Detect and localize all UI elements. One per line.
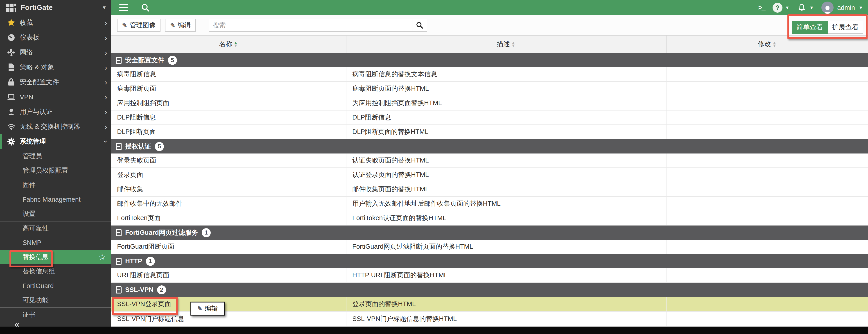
cell-name: SSL-VPN门户标题信息 — [111, 312, 346, 326]
lock-icon — [7, 78, 20, 87]
table-row[interactable]: 病毒阻断信息 病毒阻断信息的替换文本信息 — [111, 67, 868, 82]
floating-edit-button[interactable]: ✎ 编辑 — [190, 302, 225, 315]
avatar[interactable] — [822, 2, 834, 14]
cell-description: DLP阻断信息 — [346, 111, 666, 124]
sidebar-sub-firmware[interactable]: 固件 — [0, 178, 111, 192]
admin-username[interactable]: admin — [837, 4, 855, 11]
view-toggle-group: 简单查看 扩展查看 — [792, 21, 863, 34]
notifications-caret-icon[interactable]: ▼ — [809, 5, 814, 10]
collapse-section-icon[interactable] — [116, 286, 122, 294]
sidebar-sub-administrators[interactable]: 管理员 — [0, 149, 111, 163]
sidebar-sub-admin-profiles[interactable]: 管理员权限配置 — [0, 163, 111, 178]
table-row-selected[interactable]: SSL-VPN登录页面 登录页面的替换HTML — [111, 297, 868, 312]
edit-button[interactable]: ✎ 编辑 — [165, 19, 195, 32]
table-row[interactable]: 登录失败页面 认证失败页面的替换HTML — [111, 153, 868, 168]
section-header-ssl-vpn[interactable]: SSL-VPN 2 — [111, 283, 868, 297]
cell-name: 邮件收集 — [111, 182, 346, 196]
cell-description: 病毒阻断信息的替换文本信息 — [346, 67, 666, 81]
admin-caret-icon[interactable]: ▼ — [859, 5, 863, 10]
sidebar-sub-replacement-messages[interactable]: 替换信息 ☆ — [0, 250, 111, 264]
menu-toggle-icon[interactable] — [119, 4, 128, 11]
sidebar-sub-fabric-management[interactable]: Fabric Management — [0, 192, 111, 207]
simple-view-button[interactable]: 简单查看 — [792, 21, 828, 34]
sidebar-sub-replacement-message-groups[interactable]: 替换信息组 — [0, 264, 111, 279]
section-header-security-profiles[interactable]: 安全配置文件 5 — [111, 53, 868, 67]
table-row[interactable]: 邮件收集 邮件收集页面的替换HTML — [111, 182, 868, 197]
table-row[interactable]: 登录页面 认证登录页面的替换HTML — [111, 168, 868, 182]
cell-modified — [666, 96, 868, 110]
manage-images-button[interactable]: ✎ 管理图像 — [117, 19, 160, 32]
sidebar-sub-ha[interactable]: 高可靠性 — [0, 221, 111, 236]
sidebar-item-favorites[interactable]: 收藏 › — [0, 15, 111, 30]
vdom-caret-icon[interactable]: ▼ — [102, 5, 107, 10]
sidebar-item-system[interactable]: 系统管理 › — [0, 134, 111, 149]
cell-description: 认证失败页面的替换HTML — [346, 153, 666, 168]
cell-description: 认证登录页面的替换HTML — [346, 168, 666, 182]
sidebar-nav: 收藏 › 仪表板 › 网络 › 策略 & 对象 › — [0, 15, 111, 327]
table-row[interactable]: FortiToken页面 FortiToken认证页面的替换HTML — [111, 211, 868, 225]
cell-name: FortiToken页面 — [111, 211, 346, 225]
cell-name: 登录失败页面 — [111, 153, 346, 168]
table-row[interactable]: FortiGuard阻断页面 FortiGuard网页过滤阻断页面的替换HTML — [111, 240, 868, 254]
sidebar-sub-settings[interactable]: 设置 — [0, 207, 111, 221]
sort-icon: ▲▼ — [234, 41, 238, 47]
cell-modified — [666, 111, 868, 124]
table-row[interactable]: 邮件收集中的无效邮件 用户输入无效邮件地址后邮件收集页面的替换HTML — [111, 197, 868, 211]
chevron-right-icon: › — [105, 78, 107, 86]
section-header-authentication[interactable]: 授权认证 5 — [111, 139, 868, 153]
sidebar-sub-snmp[interactable]: SNMP — [0, 236, 111, 250]
cell-modified — [666, 197, 868, 211]
sidebar-item-security-profiles[interactable]: 安全配置文件 › — [0, 75, 111, 90]
favorite-star-icon[interactable]: ☆ — [99, 252, 106, 262]
section-header-http[interactable]: HTTP 1 — [111, 254, 868, 268]
column-header-modified[interactable]: 修改 ▲▼ — [666, 36, 868, 53]
chevron-right-icon: › — [105, 63, 107, 71]
cell-description: 登录页面的替换HTML — [346, 297, 666, 311]
collapse-section-icon[interactable] — [116, 143, 122, 150]
table-row[interactable]: URL阻断信息页面 HTTP URL阻断页面的替换HTML — [111, 268, 868, 283]
fortigate-app: FortiGate ▼ >_ ? ▼ ▼ — [0, 0, 868, 334]
table-row[interactable]: SSL-VPN门户标题信息 SSL-VPN门户标题信息的替换HTML — [111, 312, 868, 327]
table-row[interactable]: 病毒阻断页面 病毒阻断页面的替换HTML — [111, 82, 868, 96]
search-input[interactable] — [209, 19, 412, 32]
cell-description: DLP阻断页面的替换HTML — [346, 125, 666, 139]
extended-view-button[interactable]: 扩展查看 — [828, 21, 863, 34]
cell-name: 邮件收集中的无效邮件 — [111, 197, 346, 211]
table-row[interactable]: DLP阻断页面 DLP阻断页面的替换HTML — [111, 125, 868, 139]
sidebar-item-vpn[interactable]: VPN › — [0, 90, 111, 104]
brand-area[interactable]: FortiGate ▼ — [0, 0, 111, 15]
help-caret-icon[interactable]: ▼ — [785, 5, 790, 10]
star-icon — [7, 18, 20, 27]
chevron-right-icon: › — [105, 19, 107, 27]
notifications-bell-icon[interactable] — [797, 3, 807, 12]
collapse-section-icon[interactable] — [116, 258, 122, 265]
collapse-section-icon[interactable] — [116, 229, 122, 236]
table-row[interactable]: DLP阻断信息 DLP阻断信息 — [111, 111, 868, 125]
sidebar-sub-fortiguard[interactable]: FortiGuard — [0, 279, 111, 293]
cell-modified — [666, 67, 868, 81]
table-row[interactable]: 应用控制阻挡页面 为应用控制阻挡页面替换HTML — [111, 96, 868, 111]
sidebar-item-wifi-switch[interactable]: 无线 & 交换机控制器 › — [0, 119, 111, 134]
cell-modified — [666, 312, 868, 326]
collapse-sidebar-icon[interactable]: « — [14, 319, 20, 327]
sort-icon: ▲▼ — [772, 41, 777, 47]
chevron-right-icon: › — [105, 49, 107, 56]
collapse-section-icon[interactable] — [116, 57, 122, 64]
search-icon[interactable] — [141, 3, 150, 12]
help-icon[interactable]: ? — [773, 3, 782, 12]
cell-name: 病毒阻断页面 — [111, 82, 346, 96]
sidebar-item-policy-objects[interactable]: 策略 & 对象 › — [0, 60, 111, 75]
main-content: ✎ 管理图像 ✎ 编辑 名称 ▲▼ — [111, 15, 868, 327]
column-header-description[interactable]: 描述 ▲▼ — [346, 36, 666, 53]
top-bar: FortiGate ▼ >_ ? ▼ ▼ — [0, 0, 868, 15]
sidebar-item-user-auth[interactable]: 用户与认证 › — [0, 104, 111, 119]
search-submit-button[interactable] — [412, 19, 427, 32]
section-header-fortiguard-webfilter[interactable]: FortiGuard网页过滤服务 1 — [111, 225, 868, 240]
sidebar-item-network[interactable]: 网络 › — [0, 45, 111, 60]
sidebar-sub-feature-visibility[interactable]: 可见功能 — [0, 293, 111, 307]
cell-modified — [666, 268, 868, 282]
cell-modified — [666, 182, 868, 196]
cli-console-icon[interactable]: >_ — [758, 4, 765, 12]
sidebar-item-dashboard[interactable]: 仪表板 › — [0, 30, 111, 45]
column-header-name[interactable]: 名称 ▲▼ — [111, 36, 346, 53]
